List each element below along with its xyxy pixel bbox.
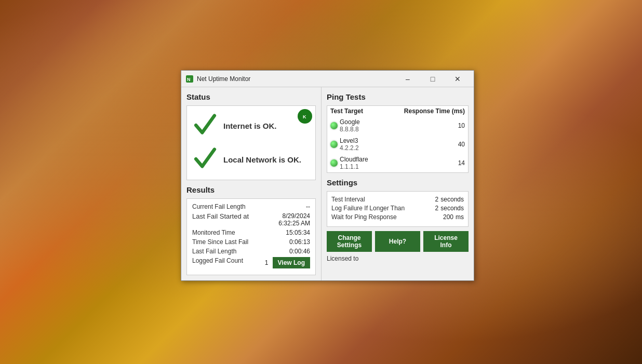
- log-failure-value: 2: [435, 205, 439, 212]
- ping-target-cell: Google 8.8.8.8: [327, 116, 383, 135]
- ping-target-name: Level3: [340, 137, 359, 144]
- ping-response-time: 14: [383, 154, 468, 173]
- monitored-time-value: 15:05:34: [286, 229, 310, 236]
- window-body: Status K Internet is OK: [181, 87, 474, 280]
- last-fail-started-time: 6:32:25 AM: [278, 220, 310, 227]
- ping-response-time: 40: [383, 135, 468, 154]
- internet-status-row: Internet is OK.: [192, 111, 310, 141]
- right-panel: Ping Tests Test Target Response Time (ms…: [322, 87, 474, 280]
- maximize-button[interactable]: □: [421, 71, 445, 87]
- logged-fail-count-label: Logged Fail Count: [192, 257, 243, 264]
- test-interval-unit: seconds: [440, 196, 464, 203]
- results-area: Current Fail Length -- Last Fail Started…: [186, 198, 316, 275]
- ping-section: Ping Tests Test Target Response Time (ms…: [327, 92, 469, 173]
- svg-text:K: K: [303, 114, 306, 119]
- status-section-title: Status: [186, 92, 316, 101]
- last-fail-started-label: Last Fail Started at: [192, 212, 249, 220]
- current-fail-length-row: Current Fail Length --: [192, 203, 310, 210]
- ping-table-row: Cloudflare 1.1.1.1 14: [327, 154, 469, 173]
- log-failure-unit: seconds: [440, 205, 464, 212]
- ping-table: Test Target Response Time (ms) Google 8.…: [327, 105, 469, 173]
- license-info-button[interactable]: License Info: [423, 231, 469, 252]
- wait-ping-unit: ms: [456, 213, 464, 221]
- local-status-text: Local Network is OK.: [223, 155, 301, 165]
- last-fail-length-label: Last Fail Length: [192, 248, 236, 255]
- monitored-time-label: Monitored Time: [192, 229, 235, 236]
- status-badge: K: [298, 109, 312, 124]
- ping-table-header: Test Target Response Time (ms): [327, 106, 469, 117]
- licensed-to: Licensed to: [327, 255, 469, 262]
- logged-fail-count-row: Logged Fail Count 1 View Log: [192, 257, 310, 268]
- last-fail-started-date: 8/29/2024: [278, 212, 310, 220]
- ping-target-address: 4.2.2.2: [340, 144, 359, 152]
- titlebar-buttons: – □ ✕: [396, 71, 470, 87]
- status-rows: Internet is OK. Local Network is OK.: [192, 111, 310, 174]
- wait-ping-label: Wait for Ping Response: [331, 213, 397, 221]
- ping-table-row: Level3 4.2.2.2 40: [327, 135, 469, 154]
- close-button[interactable]: ✕: [446, 71, 470, 87]
- logged-fail-count-value: 1: [265, 259, 269, 266]
- test-interval-label: Test Interval: [331, 196, 365, 203]
- current-fail-length-value: --: [306, 203, 310, 210]
- ping-target-cell: Cloudflare 1.1.1.1: [327, 154, 383, 173]
- app-icon: N: [185, 75, 194, 83]
- ping-response-time: 10: [383, 116, 468, 135]
- internet-status-text: Internet is OK.: [223, 121, 277, 131]
- log-failure-value-group: 2 seconds: [435, 205, 464, 212]
- view-log-button[interactable]: View Log: [273, 257, 310, 268]
- minimize-button[interactable]: –: [396, 71, 420, 87]
- time-since-last-fail-row: Time Since Last Fail 0:06:13: [192, 238, 310, 246]
- last-fail-started-row: Last Fail Started at 8/29/2024 6:32:25 A…: [192, 212, 310, 227]
- left-panel: Status K Internet is OK: [181, 87, 322, 280]
- log-failure-label: Log Failure If Longer Than: [331, 205, 405, 212]
- settings-buttons: Change Settings Help? License Info: [327, 231, 469, 252]
- ping-target-name: Cloudflare: [340, 156, 368, 163]
- col-response-header: Response Time (ms): [383, 106, 468, 117]
- last-fail-length-value: 0:00:46: [289, 248, 310, 255]
- col-target-header: Test Target: [327, 106, 383, 117]
- local-checkmark: [192, 145, 218, 174]
- ping-target-cell: Level3 4.2.2.2: [327, 135, 383, 154]
- settings-section-title: Settings: [327, 178, 469, 187]
- ping-target-address: 8.8.8.8: [340, 126, 360, 133]
- test-interval-value-group: 2 seconds: [435, 196, 464, 203]
- ping-target-name: Google: [340, 118, 360, 126]
- main-window: N Net Uptime Monitor – □ ✕ Status K: [181, 70, 474, 281]
- wait-ping-row: Wait for Ping Response 200 ms: [331, 213, 464, 221]
- status-area: K Internet is OK.: [186, 105, 316, 180]
- last-fail-length-row: Last Fail Length 0:00:46: [192, 248, 310, 255]
- wait-ping-value: 200: [443, 213, 453, 221]
- window-title: Net Uptime Monitor: [197, 75, 396, 83]
- ping-section-title: Ping Tests: [327, 92, 469, 101]
- local-status-row: Local Network is OK.: [192, 145, 310, 174]
- titlebar: N Net Uptime Monitor – □ ✕: [181, 71, 474, 87]
- log-failure-row: Log Failure If Longer Than 2 seconds: [331, 205, 464, 212]
- ping-status-dot: [330, 122, 338, 129]
- help-button[interactable]: Help?: [375, 231, 420, 252]
- ping-status-dot: [330, 141, 338, 148]
- ping-table-row: Google 8.8.8.8 10: [327, 116, 469, 135]
- test-interval-value: 2: [435, 196, 439, 203]
- current-fail-length-label: Current Fail Length: [192, 203, 246, 210]
- monitored-time-row: Monitored Time 15:05:34: [192, 229, 310, 236]
- wait-ping-value-group: 200 ms: [443, 213, 464, 221]
- settings-section: Test Interval 2 seconds Log Failure If L…: [327, 191, 469, 227]
- internet-checkmark: [192, 111, 218, 141]
- time-since-last-fail-value: 0:06:13: [289, 238, 310, 246]
- ping-target-address: 1.1.1.1: [340, 163, 368, 170]
- change-settings-button[interactable]: Change Settings: [327, 231, 372, 252]
- results-section-title: Results: [186, 185, 316, 194]
- time-since-last-fail-label: Time Since Last Fail: [192, 238, 248, 246]
- test-interval-row: Test Interval 2 seconds: [331, 196, 464, 203]
- svg-text:N: N: [187, 77, 191, 82]
- ping-status-dot: [330, 159, 338, 167]
